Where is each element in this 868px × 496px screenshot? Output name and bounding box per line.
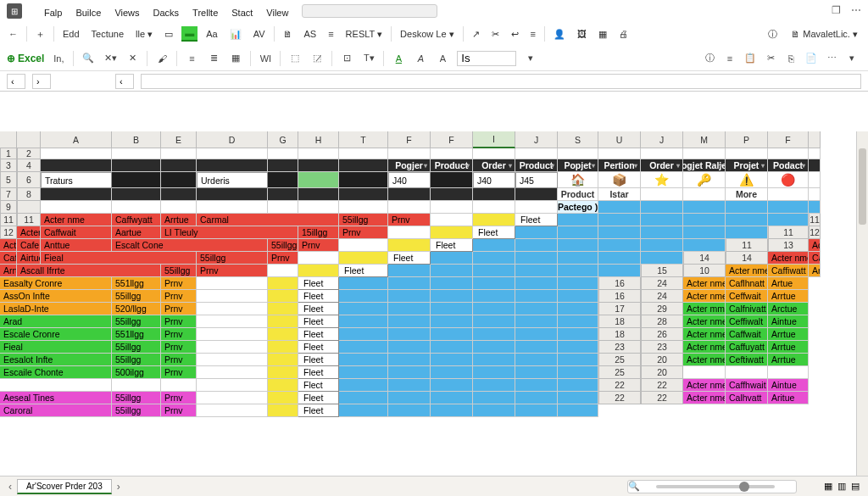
col-header[interactable]: G [268,131,298,148]
cell[interactable] [431,148,473,159]
fleet-cell[interactable]: Fleet [298,392,339,404]
blue-cell[interactable] [339,328,388,341]
blue-cell[interactable] [388,303,431,315]
cell[interactable] [197,392,268,404]
blue-cell[interactable] [726,226,768,239]
blue-cell[interactable] [431,366,473,379]
col-header[interactable]: U [598,131,641,148]
cell[interactable] [197,277,268,290]
view-break-icon[interactable]: ▤ [851,481,860,492]
vertical-scrollbar[interactable] [856,131,868,476]
cell[interactable] [112,148,161,159]
data-cell[interactable]: Caffwait [41,226,112,239]
blue-cell[interactable] [558,239,598,252]
font-color-icon[interactable]: A [391,51,406,66]
blue-cell[interactable] [515,226,558,239]
blue-cell[interactable] [431,265,473,277]
cell[interactable] [197,328,268,341]
data-cell[interactable]: Prnv [197,265,268,277]
yellow-cell[interactable] [268,303,298,315]
cell[interactable] [339,148,388,159]
yellow-cell[interactable] [431,226,473,239]
data-cell[interactable]: Acter nme [17,226,41,239]
data-cell[interactable]: 55illgg [112,315,161,328]
fleet-cell[interactable]: Fleet [431,239,473,252]
yellow-cell[interactable] [268,341,298,354]
blue-cell[interactable] [683,226,726,239]
col-header[interactable]: I [473,131,515,148]
cell[interactable] [339,188,388,201]
list-icon[interactable]: ≡ [325,27,337,41]
data-cell[interactable]: Arrtue [768,328,809,341]
row-header[interactable]: 7 [0,188,17,201]
blue-cell[interactable] [558,379,598,392]
cell[interactable] [112,159,161,172]
sheet-tab[interactable]: Ar'Scover Prder 203 [17,479,112,494]
col-header[interactable]: M [683,131,726,148]
font-icon[interactable]: A [435,51,450,66]
row-header[interactable]: 16 [598,277,641,290]
row-header[interactable]: 4 [17,159,41,172]
yellow-cell[interactable] [388,239,431,252]
cell[interactable] [112,188,161,201]
input-cell[interactable]: Traturs [41,172,112,188]
blue-cell[interactable] [339,341,388,354]
row-header[interactable]: 22 [641,392,683,404]
align-left-icon[interactable]: ≡ [184,51,199,66]
data-cell[interactable]: Arrtue [161,214,197,226]
data-cell[interactable]: 55illgg [112,392,161,404]
data-cell[interactable]: Acter nme [683,354,726,366]
col-header[interactable]: A [41,131,112,148]
cell[interactable] [298,188,339,201]
row-header[interactable]: 11 [768,226,809,239]
data-cell[interactable]: Arrtue [768,354,809,366]
blue-cell[interactable] [431,303,473,315]
value-cell[interactable]: J40 [473,172,515,188]
label-cell[interactable] [768,188,809,201]
label-cell[interactable] [641,188,683,201]
account-label[interactable]: 🗎 MavaletLic. ▾ [787,27,861,42]
data-cell[interactable]: Caffuyatt [726,341,768,354]
data-cell[interactable]: 551llgg [112,277,161,290]
row-header[interactable]: 24 [641,277,683,290]
cell[interactable] [298,201,339,214]
blue-cell[interactable] [598,214,641,226]
blue-cell[interactable] [473,366,515,379]
cell[interactable] [161,148,197,159]
data-cell[interactable]: 55illgg [112,341,161,354]
yellow-cell[interactable] [298,265,339,277]
data-cell[interactable]: Arad [0,315,112,328]
blue-cell[interactable] [641,201,683,214]
blue-cell[interactable] [473,404,515,417]
person-icon[interactable]: 👤 [550,27,569,42]
cell[interactable] [268,148,298,159]
data-cell[interactable]: Escale Cronre [0,328,112,341]
data-cell[interactable] [112,379,161,392]
cell[interactable] [268,188,298,201]
menu-item[interactable]: Builce [70,6,106,20]
data-cell[interactable]: Prnv [161,392,197,404]
data-cell[interactable]: Easalty Cronre [0,277,112,290]
data-cell[interactable]: Aartue [112,226,161,239]
cell[interactable] [41,188,112,201]
tab-prev-icon[interactable]: ‹ [8,481,12,493]
row-header[interactable]: 5 [0,172,17,188]
blue-cell[interactable] [598,239,641,252]
data-cell[interactable]: 55illgg [112,290,161,303]
blue-cell[interactable] [558,277,598,290]
row-header[interactable]: 18 [598,315,641,328]
icon-cell[interactable]: ⚠️ [726,172,768,188]
cell[interactable] [268,172,298,188]
data-cell[interactable]: Caferylatt [17,239,41,252]
data-cell[interactable]: 15illgg [298,226,339,239]
data-cell[interactable]: Airtue [17,252,41,265]
cell[interactable] [41,201,112,214]
blue-cell[interactable] [809,201,821,214]
cell[interactable] [197,148,268,159]
blue-cell[interactable] [598,201,641,214]
copy-icon[interactable]: ⎘ [783,51,798,66]
doc-icon[interactable]: 🗎 [280,27,296,41]
row-header[interactable]: 20 [641,354,683,366]
blue-cell[interactable] [473,265,515,277]
blue-cell[interactable] [473,277,515,290]
